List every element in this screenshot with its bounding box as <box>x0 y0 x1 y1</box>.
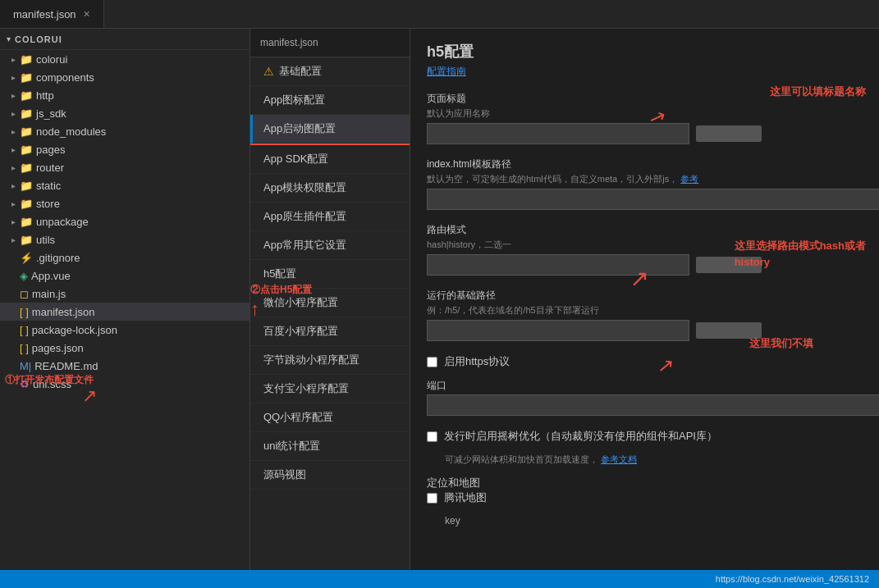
base-path-label: 运行的基础路径 <box>427 289 863 303</box>
https-label: 启用https协议 <box>444 354 510 369</box>
key-label: key <box>445 515 460 526</box>
folder-icon: 📁 <box>20 53 33 66</box>
location-section: 定位和地图 腾讯地图 key <box>427 476 863 526</box>
folder-icon: 📁 <box>20 234 33 246</box>
menu-item-source[interactable]: 源码视图 <box>250 461 410 490</box>
menu-item-qq[interactable]: QQ小程序配置 <box>250 403 410 432</box>
menu-item-alipay[interactable]: 支付宝小程序配置 <box>250 375 410 403</box>
page-title-section: 页面标题 默认为应用名称 <box>427 92 863 144</box>
menu-item-appmodule[interactable]: App模块权限配置 <box>250 174 410 203</box>
file-icon: ◈ <box>20 270 28 282</box>
menu-item-appother[interactable]: App常用其它设置 <box>250 231 410 260</box>
h5-config-panel: 这里可以填标题名称 ↙ 这里选择路由模式hash或者 history ↙ 这里我… <box>410 29 879 570</box>
sidebar-item-http[interactable]: ▸ 📁 http <box>0 86 250 104</box>
menu-item-weixin[interactable]: 微信小程序配置 <box>250 289 410 317</box>
port-section: 端口 <box>427 379 863 416</box>
config-guide-link[interactable]: 配置指南 <box>427 65 863 79</box>
config-tab-label: manifest.json <box>260 37 318 48</box>
folder-icon: 📁 <box>20 144 33 156</box>
page-title-label: 页面标题 <box>427 92 863 106</box>
blog-url: https://blog.csdn.net/weixin_42561312 <box>716 574 869 584</box>
file-icon: ♻ <box>20 378 30 390</box>
folder-icon: 📁 <box>20 89 33 102</box>
sidebar-item-pages[interactable]: ▸ 📁 pages <box>0 140 250 158</box>
base-path-input[interactable] <box>427 320 689 341</box>
tree-shaking-section: 发行时启用摇树优化（自动裁剪没有使用的组件和API库） 可减少网站体积和加快首页… <box>427 429 863 466</box>
port-input[interactable] <box>427 394 879 416</box>
chevron-down-icon: ▾ <box>7 34 11 43</box>
sidebar-item-router[interactable]: ▸ 📁 router <box>0 158 250 176</box>
menu-item-appsdk[interactable]: App SDK配置 <box>250 145 410 174</box>
tree-shaking-checkbox[interactable] <box>427 431 437 442</box>
sidebar-item-packagelock[interactable]: [ ] package-lock.json <box>0 321 250 339</box>
folder-icon: 📁 <box>20 162 33 174</box>
config-menu-panel: manifest.json ⚠ 基础配置 App图标配置 App启动图配置 <box>250 29 410 570</box>
active-tab[interactable]: manifest.json ✕ <box>0 0 104 28</box>
sidebar-item-node-modules[interactable]: ▸ 📁 node_modules <box>0 122 250 140</box>
page-title-hint: 默认为应用名称 <box>427 107 863 120</box>
sidebar-item-appvue[interactable]: ◈ App.vue <box>0 267 250 285</box>
folder-icon: 📁 <box>20 180 33 192</box>
port-label: 端口 <box>427 379 863 393</box>
sidebar-item-js-sdk[interactable]: ▸ 📁 js_sdk <box>0 104 250 122</box>
menu-item-appsplash[interactable]: App启动图配置 <box>250 115 410 144</box>
location-label: 定位和地图 <box>427 476 480 489</box>
tree-shaking-hint: 可减少网站体积和加快首页加载速度， <box>445 454 598 464</box>
menu-item-appplugin[interactable]: App原生插件配置 <box>250 203 410 231</box>
tree-shaking-hint-link[interactable]: 参考文档 <box>601 454 637 464</box>
router-mode-section: 路由模式 hash|history，二选一 <box>427 223 863 276</box>
folder-icon: 📁 <box>20 125 33 138</box>
file-icon: ◻ <box>20 288 29 300</box>
index-template-hint: 默认为空，可定制生成的html代码，自定义meta，引入外部js， 参考 <box>427 173 863 185</box>
index-template-label: index.html模板路径 <box>427 157 863 171</box>
menu-item-appicon[interactable]: App图标配置 <box>250 86 410 115</box>
folder-icon: 📁 <box>20 198 33 210</box>
sidebar-item-uniscss[interactable]: ♻ uni.scss <box>0 375 250 393</box>
sidebar-item-static[interactable]: ▸ 📁 static <box>0 176 250 194</box>
sidebar-item-unpackage[interactable]: ▸ 📁 unpackage <box>0 212 250 230</box>
file-icon: ⚡ <box>20 252 33 264</box>
sidebar-item-readme[interactable]: M| README.md <box>0 357 250 375</box>
sidebar-item-components[interactable]: ▸ 📁 components <box>0 68 250 86</box>
router-mode-hint: hash|history，二选一 <box>427 239 863 251</box>
menu-item-baidu[interactable]: 百度小程序配置 <box>250 317 410 346</box>
router-mode-label: 路由模式 <box>427 223 863 237</box>
folder-icon: 📁 <box>20 107 33 120</box>
index-template-hint-link[interactable]: 参考 <box>680 174 698 184</box>
https-checkbox-row: 启用https协议 <box>427 354 863 369</box>
index-template-input[interactable] <box>427 189 879 210</box>
sidebar-item-manifestjson[interactable]: [ ] manifest.json <box>0 303 250 321</box>
menu-item-unistats[interactable]: uni统计配置 <box>250 432 410 461</box>
menu-item-basic[interactable]: ⚠ 基础配置 <box>250 57 410 86</box>
menu-item-h5[interactable]: h5配置 <box>250 260 410 289</box>
menu-item-bytedance[interactable]: 字节跳动小程序配置 <box>250 346 410 375</box>
folder-icon: 📁 <box>20 216 33 228</box>
sidebar-item-mainjs[interactable]: ◻ main.js <box>0 285 250 303</box>
file-tree-sidebar: ▾ COLORUI ▸ 📁 colorui ▸ 📁 components <box>0 29 250 570</box>
base-path-hint: 例：/h5/，代表在域名的/h5目录下部署运行 <box>427 304 863 317</box>
tab-label: manifest.json <box>13 8 76 21</box>
tencent-map-checkbox[interactable] <box>427 493 437 504</box>
sidebar-item-pagesjson[interactable]: [ ] pages.json <box>0 339 250 357</box>
sidebar-item-store[interactable]: ▸ 📁 store <box>0 194 250 212</box>
page-title-input[interactable] <box>427 123 689 144</box>
explorer-label: COLORUI <box>15 34 62 44</box>
sidebar-item-colorui[interactable]: ▸ 📁 colorui <box>0 50 250 68</box>
warn-icon: ⚠ <box>263 65 274 78</box>
sidebar-root-header: ▾ COLORUI <box>0 29 250 50</box>
tree-shaking-label: 发行时启用摇树优化（自动裁剪没有使用的组件和API库） <box>444 429 717 444</box>
config-menu-list: ⚠ 基础配置 App图标配置 App启动图配置 App SDK配置 <box>250 57 410 490</box>
sidebar-item-utils[interactable]: ▸ 📁 utils <box>0 230 250 248</box>
config-tab: manifest.json <box>250 29 410 57</box>
sidebar-item-gitignore[interactable]: ⚡ .gitignore <box>0 248 250 267</box>
top-tab-bar: manifest.json ✕ <box>0 0 879 29</box>
file-icon: [ ] <box>20 324 29 336</box>
file-icon: [ ] <box>20 342 29 354</box>
file-icon: [ ] <box>20 306 29 318</box>
sidebar-tree: ▸ 📁 colorui ▸ 📁 components ▸ 📁 http <box>0 50 250 393</box>
router-mode-input[interactable] <box>427 254 689 276</box>
tencent-map-row: 腾讯地图 <box>427 490 863 505</box>
tree-shaking-checkbox-row: 发行时启用摇树优化（自动裁剪没有使用的组件和API库） <box>427 429 863 444</box>
close-icon[interactable]: ✕ <box>83 9 90 20</box>
https-checkbox[interactable] <box>427 357 437 367</box>
